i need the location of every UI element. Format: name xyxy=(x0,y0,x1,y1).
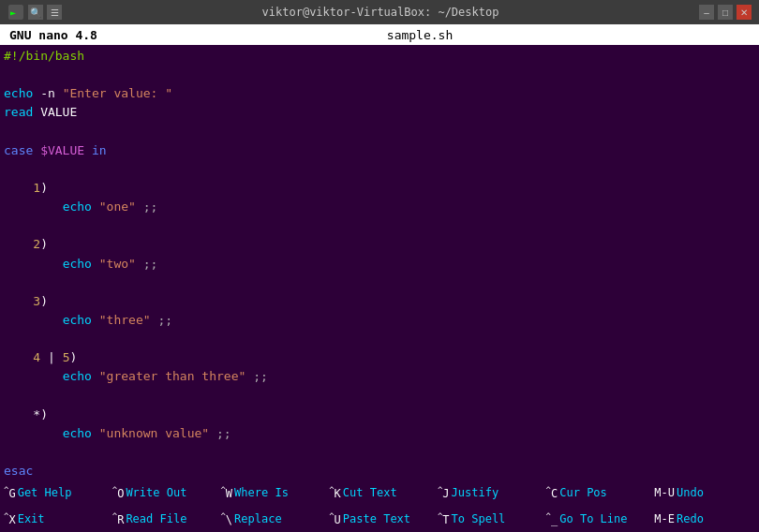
editor-area[interactable]: #!/bin/bash echo -n "Enter value: " read… xyxy=(0,45,759,480)
line-blank5 xyxy=(4,273,755,292)
shortcut-go-to-line[interactable]: ^_ Go To Line xyxy=(543,511,651,526)
line-blank7 xyxy=(4,387,755,406)
window-title: viktor@viktor-VirtualBox: ~/Desktop xyxy=(262,6,499,19)
key-write-out: ^O xyxy=(112,485,125,500)
shortcut-undo[interactable]: M-U Undo xyxy=(650,486,759,499)
line-case: case $VALUE in xyxy=(4,141,755,160)
key-read-file: ^R xyxy=(112,511,125,526)
line-echo: echo -n "Enter value: " xyxy=(4,84,755,103)
key-justify: ^J xyxy=(438,485,450,500)
line-echo2: echo "two" ;; xyxy=(4,255,755,273)
nano-header: GNU nano 4.8 sample.sh xyxy=(0,24,759,45)
nano-version: GNU nano 4.8 xyxy=(9,28,97,42)
shortcut-redo[interactable]: M-E Redo xyxy=(650,512,759,525)
label-exit: Exit xyxy=(18,512,45,525)
terminal-icon: ► xyxy=(7,4,24,21)
shortcut-bar: ^G Get Help ^O Write Out ^W Where Is ^K … xyxy=(0,480,759,532)
shortcut-row-2: ^X Exit ^R Read File ^\ Replace ^U Paste… xyxy=(0,506,759,532)
key-cur-pos: ^C xyxy=(546,485,558,500)
line-blank1 xyxy=(4,66,755,84)
shortcut-cur-pos[interactable]: ^C Cur Pos xyxy=(543,485,651,500)
menu-button[interactable]: ☰ xyxy=(47,5,62,20)
shortcut-justify[interactable]: ^J Justify xyxy=(434,485,543,500)
shortcut-where-is[interactable]: ^W Where Is xyxy=(216,485,325,500)
label-to-spell: To Spell xyxy=(452,512,506,525)
key-undo: M-U xyxy=(654,486,675,499)
shortcut-row-1: ^G Get Help ^O Write Out ^W Where Is ^K … xyxy=(0,480,759,506)
line-case45: 4 | 5) xyxy=(4,348,755,367)
label-write-out: Write Out xyxy=(126,486,186,499)
line-case3: 3) xyxy=(4,292,755,311)
key-where-is: ^W xyxy=(220,485,232,500)
line-blank2 xyxy=(4,123,755,141)
key-to-spell: ^T xyxy=(438,511,450,526)
key-redo: M-E xyxy=(654,512,675,525)
shortcut-get-help[interactable]: ^G Get Help xyxy=(0,485,109,500)
line-blank4 xyxy=(4,216,755,235)
label-paste-text: Paste Text xyxy=(343,512,410,525)
label-cur-pos: Cur Pos xyxy=(559,486,607,499)
label-justify: Justify xyxy=(452,486,499,499)
nano-header-right xyxy=(742,28,750,42)
titlebar-left: ► 🔍 ☰ xyxy=(7,4,62,21)
titlebar: ► 🔍 ☰ viktor@viktor-VirtualBox: ~/Deskto… xyxy=(0,0,759,24)
label-where-is: Where Is xyxy=(234,486,289,499)
line-blank6 xyxy=(4,330,755,348)
line-read: read VALUE xyxy=(4,103,755,122)
minimize-button[interactable]: – xyxy=(699,5,714,20)
maximize-button[interactable]: □ xyxy=(718,5,733,20)
key-exit: ^X xyxy=(4,511,16,526)
line-esac: esac xyxy=(4,462,755,480)
line-echo4: echo "greater than three" ;; xyxy=(4,367,755,386)
shortcut-replace[interactable]: ^\ Replace xyxy=(216,511,325,526)
line-shebang: #!/bin/bash xyxy=(4,47,755,66)
label-undo: Undo xyxy=(677,486,704,499)
shortcut-cut-text[interactable]: ^K Cut Text xyxy=(325,485,434,500)
shortcut-read-file[interactable]: ^R Read File xyxy=(109,511,217,526)
line-echo1: echo "one" ;; xyxy=(4,198,755,216)
label-read-file: Read File xyxy=(126,512,186,525)
line-case1: 1) xyxy=(4,179,755,198)
label-get-help: Get Help xyxy=(18,486,72,499)
key-get-help: ^G xyxy=(4,485,16,500)
line-case2: 2) xyxy=(4,235,755,254)
window-controls: – □ ✕ xyxy=(699,5,752,20)
line-casestar: *) xyxy=(4,406,755,424)
key-replace: ^\ xyxy=(220,511,232,526)
label-go-to-line: Go To Line xyxy=(559,512,627,525)
label-replace: Replace xyxy=(234,512,282,525)
label-cut-text: Cut Text xyxy=(343,486,397,499)
shortcut-write-out[interactable]: ^O Write Out xyxy=(109,485,217,500)
label-redo: Redo xyxy=(677,512,704,525)
key-cut-text: ^K xyxy=(329,485,341,500)
search-button[interactable]: 🔍 xyxy=(28,5,43,20)
close-button[interactable]: ✕ xyxy=(737,5,752,20)
shortcut-paste-text[interactable]: ^U Paste Text xyxy=(325,511,434,526)
key-go-to-line: ^_ xyxy=(546,511,558,526)
line-echo5: echo "unknown value" ;; xyxy=(4,424,755,443)
nano-filename: sample.sh xyxy=(387,28,453,42)
line-echo3: echo "three" ;; xyxy=(4,311,755,330)
shortcut-exit[interactable]: ^X Exit xyxy=(0,511,109,526)
svg-text:►: ► xyxy=(10,7,16,18)
key-paste-text: ^U xyxy=(329,511,341,526)
shortcut-to-spell[interactable]: ^T To Spell xyxy=(434,511,543,526)
line-blank3 xyxy=(4,160,755,179)
line-blank8 xyxy=(4,443,755,462)
